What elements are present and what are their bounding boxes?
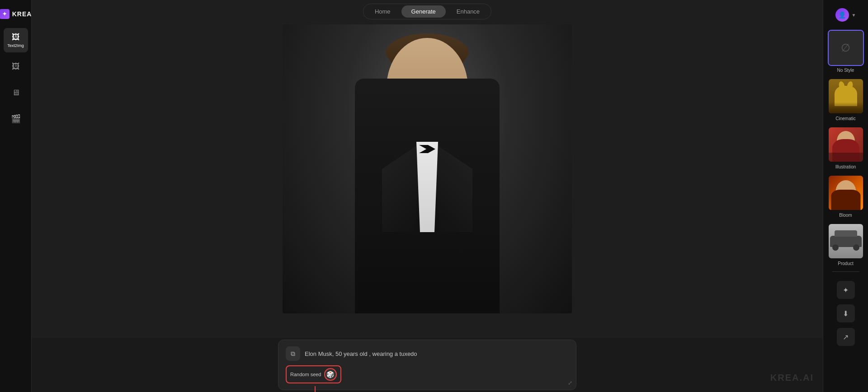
- style-thumb-illustration: [828, 126, 864, 163]
- style-thumb-no-style: ∅: [828, 30, 864, 66]
- video-icon: 🎬: [11, 114, 21, 124]
- style-item-bloom[interactable]: Bloom: [826, 173, 866, 219]
- style-label-no-style: No Style: [837, 68, 854, 73]
- tab-generate[interactable]: Generate: [401, 5, 446, 18]
- text2img-icon: 🖼: [12, 33, 20, 42]
- nav-tabs: Home Generate Enhance: [363, 4, 491, 19]
- style-item-product[interactable]: Product: [826, 221, 866, 268]
- prompt-top-row: ⧉ Elon Musk, 50 years old , wearing a tu…: [286, 346, 569, 361]
- random-seed-label: Random seed: [290, 372, 321, 377]
- style-thumb-cinematic: [828, 78, 864, 114]
- action-icons-section: ✦ ⬇ ↗: [837, 281, 855, 346]
- chevron-down-icon: ▼: [852, 13, 856, 18]
- arrow-indicator: [311, 386, 319, 392]
- style-item-cinematic[interactable]: Cinematic: [826, 76, 866, 123]
- download-button[interactable]: ⬇: [837, 304, 855, 322]
- krea-watermark: KREA.AI: [770, 373, 814, 383]
- style-label-product: Product: [838, 261, 853, 266]
- right-sidebar: 👤 ▼ ∅ No Style Cinematic: [823, 0, 868, 392]
- krea-logo-icon: ✦: [0, 9, 9, 19]
- tab-home[interactable]: Home: [365, 5, 401, 18]
- user-avatar: 👤: [835, 8, 849, 22]
- sidebar-item-desktop[interactable]: 🖥: [4, 80, 28, 105]
- sidebar-divider: [832, 271, 859, 272]
- sidebar-item-video[interactable]: 🎬: [4, 107, 28, 131]
- sidebar-item-text2img[interactable]: 🖼 Text2Img: [4, 28, 28, 52]
- top-nav: Home Generate Enhance: [32, 0, 823, 23]
- canvas-area: [32, 0, 823, 338]
- left-sidebar: ✦ KREA 🖼 Text2Img 🖼 🖥 🎬: [0, 0, 32, 392]
- main-area: Home Generate Enhance: [32, 0, 823, 392]
- style-label-bloom: Bloom: [839, 213, 852, 218]
- style-thumb-product: [828, 223, 864, 259]
- bottom-area: ⧉ Elon Musk, 50 years old , wearing a tu…: [32, 338, 823, 392]
- random-seed-section: Random seed 🎲: [286, 365, 341, 383]
- upscale-button[interactable]: ↗: [837, 328, 855, 346]
- tab-enhance[interactable]: Enhance: [447, 5, 490, 18]
- desktop-icon: 🖥: [12, 88, 20, 98]
- expand-button[interactable]: ⤢: [568, 380, 572, 386]
- generated-image: [283, 24, 572, 313]
- user-area[interactable]: 👤 ▼: [823, 4, 868, 26]
- copy-prompt-button[interactable]: ⧉: [286, 346, 300, 361]
- prompt-container: ⧉ Elon Musk, 50 years old , wearing a tu…: [278, 340, 576, 390]
- img2img-icon: 🖼: [12, 62, 20, 71]
- style-label-illustration: Illustration: [835, 164, 856, 169]
- style-item-no-style[interactable]: ∅ No Style: [826, 28, 866, 75]
- logo-area[interactable]: ✦ KREA: [0, 5, 35, 23]
- style-thumb-bloom: [828, 175, 864, 211]
- sidebar-item-img2img[interactable]: 🖼: [4, 54, 28, 79]
- app-name: KREA: [12, 10, 32, 18]
- random-seed-button[interactable]: 🎲: [324, 368, 337, 381]
- prompt-bottom-row: Random seed 🎲: [286, 365, 569, 383]
- sidebar-item-label: Text2Img: [7, 43, 24, 48]
- style-item-illustration[interactable]: Illustration: [826, 125, 866, 171]
- style-label-cinematic: Cinematic: [835, 116, 855, 121]
- main-image-container: [283, 24, 572, 313]
- prompt-text: Elon Musk, 50 years old , wearing a tuxe…: [305, 350, 569, 357]
- enhance-button[interactable]: ✦: [837, 281, 855, 299]
